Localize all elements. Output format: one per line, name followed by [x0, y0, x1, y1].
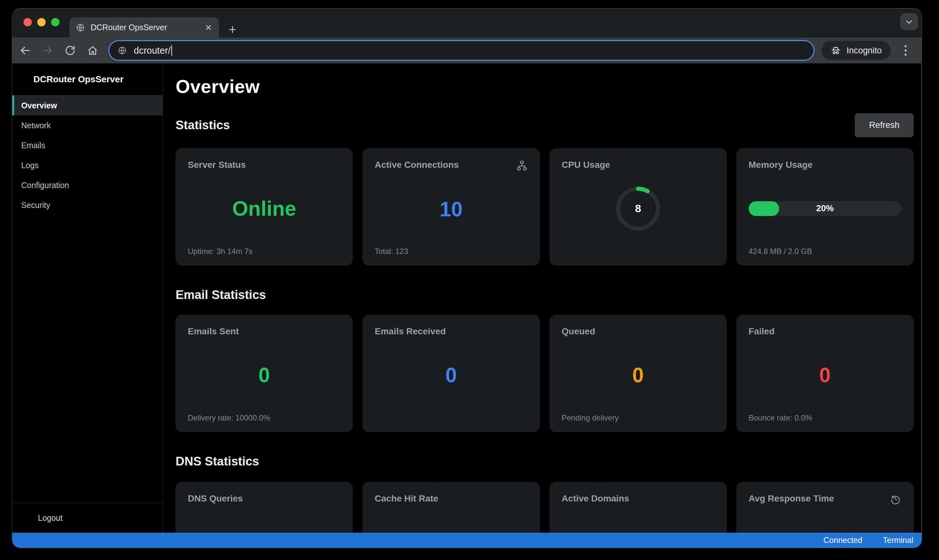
card-title: Active Domains	[562, 494, 629, 504]
memory-progress-bar: 20%	[749, 201, 901, 216]
traffic-lights	[23, 18, 60, 26]
status-terminal-button[interactable]: Terminal	[883, 535, 913, 545]
card-title: Emails Sent	[188, 326, 239, 337]
forward-button[interactable]	[40, 43, 55, 57]
section-heading-statistics: Statistics	[175, 118, 230, 132]
card-title: Failed	[749, 326, 775, 337]
refresh-button[interactable]: Refresh	[855, 113, 914, 137]
card-title: Active Connections	[375, 160, 459, 170]
status-bar: Connected Terminal	[12, 533, 922, 548]
reload-icon	[64, 45, 76, 57]
url-text[interactable]: dcrouter/	[134, 45, 171, 56]
incognito-icon	[830, 45, 841, 56]
card-title: CPU Usage	[562, 160, 610, 170]
globe-icon	[118, 46, 127, 55]
browser-window: DCRouter OpsServer ✕	[12, 8, 922, 548]
memory-detail: 424.8 MB / 2.0 GB	[749, 247, 901, 256]
emails-received-card: Emails Received 0	[362, 315, 540, 432]
bounce-rate: Bounce rate: 0.0%	[749, 414, 901, 422]
emails-sent-card: Emails Sent 0 Delivery rate: 10000.0%	[175, 315, 353, 432]
cpu-usage-card: CPU Usage 8	[550, 148, 727, 266]
sidebar-item-overview[interactable]: Overview	[12, 95, 162, 115]
card-title: Memory Usage	[749, 160, 813, 170]
home-icon	[86, 45, 99, 57]
sidebar-title: DCRouter OpsServer	[12, 63, 162, 95]
emails-sent-value: 0	[188, 337, 340, 414]
browser-tab[interactable]: DCRouter OpsServer ✕	[69, 17, 219, 38]
cpu-usage-value: 8	[614, 185, 662, 233]
email-card-grid: Emails Sent 0 Delivery rate: 10000.0% Em…	[175, 315, 914, 432]
forward-arrow-icon	[42, 45, 54, 57]
home-button[interactable]	[86, 43, 100, 57]
emails-received-value: 0	[375, 337, 527, 414]
card-title: DNS Queries	[188, 494, 243, 504]
card-title: Cache Hit Rate	[375, 494, 438, 504]
tab-search-button[interactable]	[900, 13, 918, 30]
connections-total: Total: 123	[375, 247, 527, 256]
browser-menu-button[interactable]	[899, 43, 912, 57]
sidebar-item-configuration[interactable]: Configuration	[12, 175, 162, 195]
memory-percent-label: 20%	[749, 201, 901, 216]
cpu-gauge: 8	[614, 185, 662, 233]
queued-card: Queued 0 Pending delivery	[550, 315, 727, 432]
sidebar-item-logs[interactable]: Logs	[12, 155, 162, 175]
browser-toolbar: dcrouter/ Incognito	[12, 38, 922, 63]
card-title: Emails Received	[375, 326, 446, 337]
active-connections-value: 10	[375, 171, 527, 247]
window-close-button[interactable]	[23, 18, 32, 26]
card-title: Queued	[562, 326, 595, 337]
back-arrow-icon	[19, 45, 31, 57]
server-uptime: Uptime: 3h 14m 7s	[188, 247, 340, 256]
server-status-value: Online	[188, 170, 340, 247]
sidebar-item-emails[interactable]: Emails	[12, 135, 162, 155]
tab-close-icon[interactable]: ✕	[203, 22, 213, 33]
incognito-badge: Incognito	[821, 41, 891, 60]
tab-strip: DCRouter OpsServer ✕	[12, 9, 922, 38]
status-connected: Connected	[824, 535, 862, 545]
pending-delivery: Pending delivery	[562, 414, 714, 422]
page-content: DCRouter OpsServer Overview Network Emai…	[12, 63, 922, 548]
chevron-down-icon	[904, 17, 914, 27]
section-heading-email: Email Statistics	[175, 288, 266, 302]
stats-card-grid: Server Status Online Uptime: 3h 14m 7s A…	[175, 148, 914, 266]
sidebar-nav: Overview Network Emails Logs Configurati…	[12, 95, 162, 215]
failed-card: Failed 0 Bounce rate: 0.0%	[736, 315, 914, 432]
active-connections-card: Active Connections 10 Total: 123	[362, 148, 540, 266]
card-title: Server Status	[188, 160, 246, 170]
server-status-card: Server Status Online Uptime: 3h 14m 7s	[175, 148, 353, 266]
incognito-label: Incognito	[847, 46, 882, 55]
tab-title: DCRouter OpsServer	[91, 23, 203, 32]
memory-usage-card: Memory Usage 20% 424.8 MB / 2.0 GB	[736, 148, 914, 266]
address-bar[interactable]: dcrouter/	[109, 41, 814, 60]
text-cursor	[171, 45, 172, 56]
history-icon	[890, 494, 901, 505]
queued-value: 0	[562, 337, 714, 414]
back-button[interactable]	[18, 43, 32, 57]
section-heading-dns: DNS Statistics	[175, 455, 259, 468]
page-title: Overview	[175, 75, 914, 97]
sidebar-item-security[interactable]: Security	[12, 195, 162, 215]
window-minimize-button[interactable]	[37, 18, 46, 26]
sidebar: DCRouter OpsServer Overview Network Emai…	[12, 63, 163, 548]
delivery-rate: Delivery rate: 10000.0%	[188, 414, 340, 422]
content-right-border	[921, 63, 922, 548]
failed-value: 0	[749, 337, 901, 414]
card-title: Avg Response Time	[749, 494, 834, 504]
main-panel: Overview Statistics Refresh Server Statu…	[163, 63, 922, 548]
window-zoom-button[interactable]	[51, 18, 60, 26]
sidebar-item-network[interactable]: Network	[12, 115, 162, 135]
globe-icon	[76, 23, 85, 32]
new-tab-button[interactable]	[226, 23, 239, 36]
reload-button[interactable]	[63, 43, 77, 57]
network-icon	[516, 160, 528, 171]
